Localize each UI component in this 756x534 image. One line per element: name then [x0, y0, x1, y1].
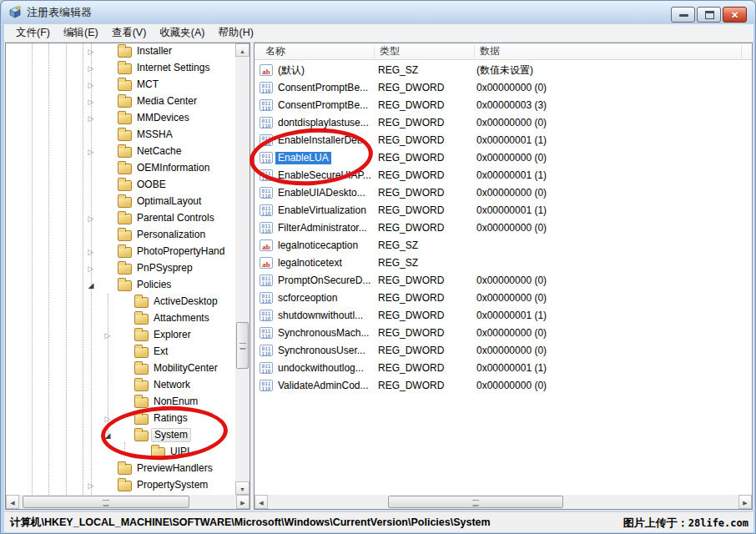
tree-item-Media Center[interactable]: Media Center [6, 93, 235, 110]
tree-item-PnPSysprep[interactable]: PnPSysprep [6, 260, 235, 277]
tree-item-Personalization[interactable]: Personalization [6, 227, 235, 244]
registry-values-pane[interactable]: 名称 类型 数据 (默认) REG_SZ (数值未设置) ConsentProm… [254, 43, 753, 510]
expander-icon[interactable] [85, 279, 97, 292]
tree-item-OptimalLayout[interactable]: OptimalLayout [6, 194, 235, 210]
column-header-data[interactable]: 数据 [480, 43, 500, 59]
tree-item-PropertySystem[interactable]: PropertySystem [6, 477, 235, 494]
maximize-button[interactable] [697, 7, 721, 23]
column-header-name[interactable]: 名称 [265, 43, 285, 59]
expander-icon[interactable] [85, 262, 97, 275]
expander-icon[interactable] [85, 45, 97, 58]
expander-icon[interactable] [102, 329, 113, 342]
scroll-up-button[interactable] [235, 43, 249, 57]
value-row-ConsentPromptBe...[interactable]: ConsentPromptBe... REG_DWORD 0x00000003 … [255, 97, 752, 114]
expander-icon[interactable] [85, 245, 97, 259]
expander-icon[interactable] [85, 479, 97, 492]
tree-item-Network[interactable]: Network [6, 377, 235, 394]
tree-hscroll-thumb[interactable] [23, 496, 189, 508]
column-separator[interactable] [374, 45, 375, 58]
expander-icon[interactable] [85, 179, 97, 192]
column-header-type[interactable]: 类型 [380, 43, 400, 59]
tree-item-Attachments[interactable]: Attachments [6, 310, 235, 327]
tree-item-Parental Controls[interactable]: Parental Controls [6, 210, 235, 227]
value-row-legalnoticetext[interactable]: legalnoticetext REG_SZ [255, 254, 752, 272]
tree-item-label: Ext [151, 345, 170, 358]
expander-icon[interactable] [85, 128, 97, 142]
folder-icon [118, 147, 132, 158]
tree-item-NonEnum[interactable]: NonEnum [6, 394, 235, 411]
expander-icon[interactable] [102, 379, 113, 392]
expander-icon[interactable] [85, 145, 97, 159]
tree-item-NetCache[interactable]: NetCache [6, 144, 235, 160]
expander-icon[interactable] [85, 162, 97, 175]
expander-icon[interactable] [85, 95, 97, 108]
scroll-right-button[interactable] [236, 495, 249, 509]
close-button[interactable] [723, 7, 747, 23]
tree-item-MobilityCenter[interactable]: MobilityCenter [6, 360, 235, 377]
value-row-(默认)[interactable]: (默认) REG_SZ (数值未设置) [255, 62, 752, 79]
value-row-ValidateAdminCod...[interactable]: ValidateAdminCod... REG_DWORD 0x00000000… [255, 377, 752, 395]
expander-icon[interactable] [102, 395, 113, 409]
value-row-PromptOnSecureD...[interactable]: PromptOnSecureD... REG_DWORD 0x00000000 … [255, 272, 752, 290]
value-row-undockwithoutlog...[interactable]: undockwithoutlog... REG_DWORD 0x00000001… [255, 360, 752, 377]
expander-icon[interactable] [85, 229, 97, 242]
expander-icon[interactable] [102, 362, 113, 375]
list-horizontal-scrollbar[interactable] [255, 495, 752, 509]
value-type-icon [260, 187, 273, 199]
value-row-shutdownwithoutl...[interactable]: shutdownwithoutl... REG_DWORD 0x00000001… [255, 307, 752, 325]
tree-item-Explorer[interactable]: Explorer [6, 327, 235, 344]
tree-item-Internet Settings[interactable]: Internet Settings [6, 60, 235, 77]
scroll-right-button[interactable] [738, 495, 752, 509]
tree-item-MSSHA[interactable]: MSSHA [6, 127, 235, 144]
menu-item-编辑(E)[interactable]: 编辑(E) [57, 24, 105, 42]
value-row-SynchronousMach...[interactable]: SynchronousMach... REG_DWORD 0x00000000 … [255, 325, 752, 342]
value-name: ConsentPromptBe... [278, 82, 368, 94]
tree-item-Installer[interactable]: Installer [6, 43, 235, 60]
value-row-EnableVirtualization[interactable]: EnableVirtualization REG_DWORD 0x0000000… [255, 202, 752, 219]
scroll-left-button[interactable] [255, 495, 268, 509]
tree-item-OEMInformation[interactable]: OEMInformation [6, 160, 235, 177]
minimize-button[interactable] [671, 7, 695, 23]
expander-icon[interactable] [85, 462, 97, 476]
tree-item-PhotoPropertyHand[interactable]: PhotoPropertyHand [6, 244, 235, 260]
menu-item-查看(V)[interactable]: 查看(V) [105, 24, 154, 42]
scroll-left-button[interactable] [6, 495, 19, 509]
menu-item-帮助(H)[interactable]: 帮助(H) [211, 24, 260, 42]
tree-horizontal-scrollbar[interactable] [6, 495, 249, 509]
expander-icon[interactable] [85, 78, 97, 92]
expander-icon[interactable] [85, 195, 97, 209]
expander-icon[interactable] [85, 62, 97, 75]
menu-item-收藏夹(A)[interactable]: 收藏夹(A) [153, 24, 211, 42]
value-row-legalnoticecaption[interactable]: legalnoticecaption REG_SZ [255, 237, 752, 254]
expander-icon[interactable] [102, 312, 113, 325]
tree-item-ActiveDesktop[interactable]: ActiveDesktop [6, 294, 235, 310]
expander-icon[interactable] [102, 295, 113, 309]
tree-item-PreviewHandlers[interactable]: PreviewHandlers [6, 461, 235, 477]
titlebar[interactable]: 注册表编辑器 [2, 1, 755, 24]
value-row-EnableUIADeskto...[interactable]: EnableUIADeskto... REG_DWORD 0x00000000 … [255, 184, 752, 202]
value-name: PromptOnSecureD... [278, 275, 370, 287]
tree-item-Policies[interactable]: Policies [6, 277, 235, 294]
tree-item-MCT[interactable]: MCT [6, 77, 235, 93]
expander-icon[interactable] [85, 212, 97, 225]
tree-item-MMDevices[interactable]: MMDevices [6, 110, 235, 127]
list-hscroll-thumb[interactable] [388, 496, 563, 508]
column-separator[interactable] [474, 45, 475, 58]
expander-icon[interactable] [102, 345, 113, 359]
value-row-SynchronousUser...[interactable]: SynchronousUser... REG_DWORD 0x00000000 … [255, 342, 752, 360]
value-row-ConsentPromptBe...[interactable]: ConsentPromptBe... REG_DWORD 0x00000000 … [255, 79, 752, 97]
scroll-down-button[interactable] [235, 481, 249, 495]
tree-item-Ext[interactable]: Ext [6, 344, 235, 360]
value-name: ValidateAdminCod... [278, 380, 369, 392]
value-row-scforceoption[interactable]: scforceoption REG_DWORD 0x00000000 (0) [255, 290, 752, 307]
folder-icon [118, 247, 132, 258]
tree-vscroll-thumb[interactable] [236, 322, 249, 369]
value-data: 0x00000000 (0) [476, 380, 547, 392]
menu-item-文件(F)[interactable]: 文件(F) [9, 24, 57, 42]
tree-item-OOBE[interactable]: OOBE [6, 177, 235, 194]
value-row-FilterAdministrator...[interactable]: FilterAdministrator... REG_DWORD 0x00000… [255, 219, 752, 237]
value-name: EnableUIADeskto... [278, 187, 365, 199]
tree-vertical-scrollbar[interactable] [235, 43, 249, 495]
expander-icon[interactable] [85, 112, 97, 125]
column-separator[interactable] [741, 45, 742, 58]
